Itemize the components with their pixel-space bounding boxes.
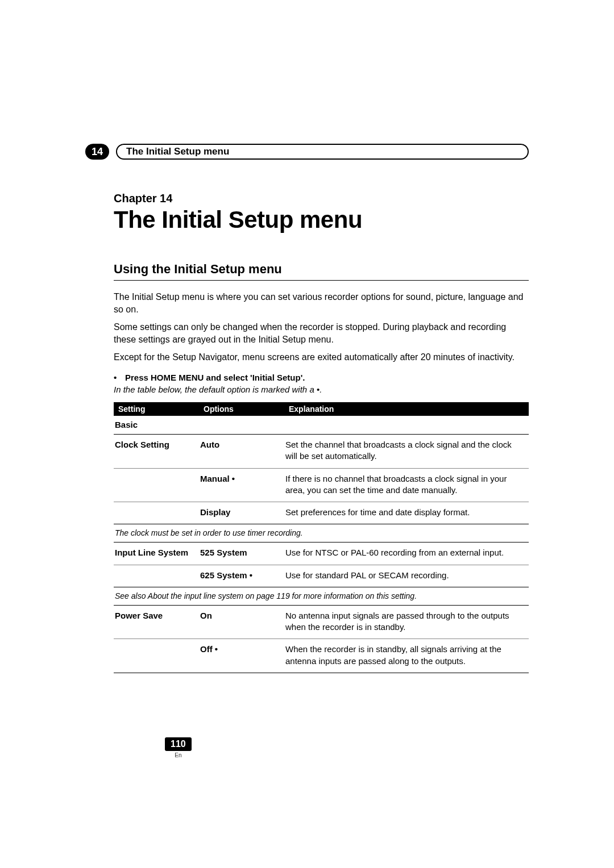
- col-setting-header: Setting: [114, 402, 199, 416]
- cell-setting: [114, 502, 199, 524]
- table-row: Display Set preferences for time and dat…: [114, 502, 529, 524]
- paragraph: The Initial Setup menu is where you can …: [114, 291, 529, 315]
- cell-explanation: Set the channel that broadcasts a clock …: [284, 435, 529, 469]
- table-note-row: See also About the input line system on …: [114, 587, 529, 605]
- cell-explanation: When the recorder is in standby, all sig…: [284, 639, 529, 673]
- table-row: 625 System • Use for standard PAL or SEC…: [114, 565, 529, 587]
- cell-setting: [114, 639, 199, 673]
- settings-table: Setting Options Explanation Basic Clock …: [114, 402, 529, 673]
- action-instruction: •Press HOME MENU and select 'Initial Set…: [114, 373, 529, 382]
- section-heading: Using the Initial Setup menu: [114, 262, 529, 277]
- cell-setting: [114, 468, 199, 502]
- chapter-number-badge: 14: [85, 144, 109, 160]
- section-rule: [114, 280, 529, 281]
- cell-option: Auto: [199, 435, 284, 469]
- cell-option: On: [199, 605, 284, 639]
- cell-explanation: If there is no channel that broadcasts a…: [284, 468, 529, 502]
- chapter-block: Chapter 14 The Initial Setup menu: [114, 192, 529, 233]
- action-text: Press HOME MENU and select 'Initial Setu…: [125, 373, 305, 382]
- table-row: Clock Setting Auto Set the channel that …: [114, 435, 529, 469]
- page-content: 14 The Initial Setup menu Chapter 14 The…: [85, 143, 529, 673]
- table-note-row: The clock must be set in order to use ti…: [114, 524, 529, 542]
- paragraph: Except for the Setup Navigator, menu scr…: [114, 351, 529, 364]
- cell-explanation: Use for standard PAL or SECAM recording.: [284, 565, 529, 587]
- note-prefix: In the table below, the default option i…: [114, 385, 314, 394]
- bullet-icon: •: [114, 373, 125, 382]
- cell-option: Off •: [199, 639, 284, 673]
- chapter-header-band: 14 The Initial Setup menu: [85, 143, 529, 160]
- table-note: The clock must be set in order to use ti…: [114, 524, 529, 542]
- table-row: Manual • If there is no channel that bro…: [114, 468, 529, 502]
- table-note: See also About the input line system on …: [114, 587, 529, 605]
- note-suffix: .: [320, 385, 322, 394]
- cell-setting: [114, 565, 199, 587]
- chapter-title: The Initial Setup menu: [114, 206, 529, 233]
- col-options-header: Options: [199, 402, 284, 416]
- cell-explanation: Use for NTSC or PAL-60 recording from an…: [284, 542, 529, 565]
- cell-explanation: Set preferences for time and date displa…: [284, 502, 529, 524]
- cell-setting: Power Save: [114, 605, 199, 639]
- cell-option: 525 System: [199, 542, 284, 565]
- group-label: Basic: [114, 416, 529, 435]
- default-marker-icon: •: [250, 570, 252, 580]
- paragraph: Some settings can only be changed when t…: [114, 321, 529, 345]
- chapter-label: Chapter 14: [114, 192, 529, 205]
- page-language: En: [165, 752, 192, 758]
- page-number-badge: 110: [165, 737, 192, 751]
- default-marker-icon: •: [232, 474, 235, 483]
- cell-explanation: No antenna input signals are passed thro…: [284, 605, 529, 639]
- chapter-title-pill: The Initial Setup menu: [116, 144, 529, 160]
- default-marker-icon: •: [215, 644, 218, 654]
- group-row-basic: Basic: [114, 416, 529, 435]
- col-explanation-header: Explanation: [284, 402, 529, 416]
- cell-option: Manual •: [199, 468, 284, 502]
- table-header-row: Setting Options Explanation: [114, 402, 529, 416]
- page-footer: 110 En: [165, 737, 192, 758]
- table-row: Input Line System 525 System Use for NTS…: [114, 542, 529, 565]
- cell-option: 625 System •: [199, 565, 284, 587]
- section-body: The Initial Setup menu is where you can …: [114, 291, 529, 364]
- cell-setting: Clock Setting: [114, 435, 199, 469]
- table-row: Power Save On No antenna input signals a…: [114, 605, 529, 639]
- cell-option: Display: [199, 502, 284, 524]
- cell-setting: Input Line System: [114, 542, 199, 565]
- table-legend-note: In the table below, the default option i…: [114, 385, 529, 394]
- table-row: Off • When the recorder is in standby, a…: [114, 639, 529, 673]
